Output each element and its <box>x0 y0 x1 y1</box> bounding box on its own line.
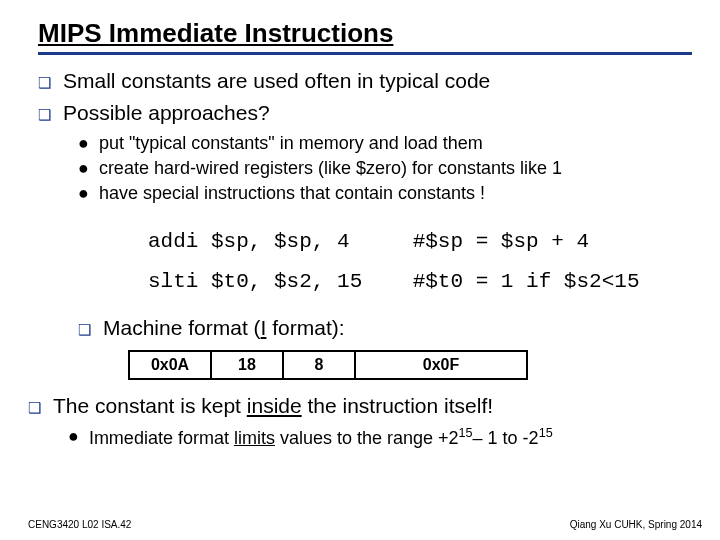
square-bullet-icon: ❑ <box>28 399 41 417</box>
b3-pre: The constant is kept <box>53 394 247 417</box>
machine-format-label: Machine format (I format): <box>103 316 345 340</box>
s4-lim: limits <box>234 428 275 448</box>
table-row: 0x0A 18 8 0x0F <box>129 351 527 379</box>
slide-title: MIPS Immediate Instructions <box>38 18 692 55</box>
bullet-3-text: The constant is kept inside the instruct… <box>53 394 493 418</box>
mf-post: format): <box>266 316 344 339</box>
square-bullet-icon: ❑ <box>38 106 51 124</box>
subbullet-4: ● Immediate format limits values to the … <box>68 426 692 449</box>
square-bullet-icon: ❑ <box>38 74 51 92</box>
instruction-format-table: 0x0A 18 8 0x0F <box>128 350 528 380</box>
opcode-cell: 0x0A <box>129 351 211 379</box>
bullet-machine-format: ❑ Machine format (I format): <box>78 316 692 340</box>
dot-bullet-icon: ● <box>78 183 89 204</box>
rs-cell: 18 <box>211 351 283 379</box>
footer-right: Qiang Xu CUHK, Spring 2014 <box>570 519 702 530</box>
bullet-1: ❑ Small constants are used often in typi… <box>38 69 692 93</box>
square-bullet-icon: ❑ <box>78 321 91 339</box>
s4-exp2: 15 <box>539 426 553 440</box>
subbullet-3-text: have special instructions that contain c… <box>99 183 485 204</box>
subbullet-2-text: create hard-wired registers (like $zero)… <box>99 158 562 179</box>
b3-in: inside <box>247 394 302 417</box>
subbullet-1-text: put "typical constants" in memory and lo… <box>99 133 483 154</box>
footer-left: CENG3420 L02 ISA.42 <box>28 519 131 530</box>
rt-cell: 8 <box>283 351 355 379</box>
s4-exp1: 15 <box>459 426 473 440</box>
bullet-2-text: Possible approaches? <box>63 101 270 125</box>
dot-bullet-icon: ● <box>78 158 89 179</box>
bullet-2: ❑ Possible approaches? <box>38 101 692 125</box>
code-line-1: addi $sp, $sp, 4 #$sp = $sp + 4 <box>148 230 589 253</box>
s4-mid: values to the range +2 <box>275 428 459 448</box>
immediate-cell: 0x0F <box>355 351 527 379</box>
code-example: addi $sp, $sp, 4 #$sp = $sp + 4 slti $t0… <box>148 222 692 302</box>
subbullet-3: ● have special instructions that contain… <box>78 183 692 204</box>
subbullet-2: ● create hard-wired registers (like $zer… <box>78 158 692 179</box>
dot-bullet-icon: ● <box>78 133 89 154</box>
s4-pre: Immediate format <box>89 428 234 448</box>
slide-footer: CENG3420 L02 ISA.42 Qiang Xu CUHK, Sprin… <box>28 519 702 530</box>
b3-post: the instruction itself! <box>302 394 493 417</box>
subbullet-1: ● put "typical constants" in memory and … <box>78 133 692 154</box>
subbullet-4-text: Immediate format limits values to the ra… <box>89 426 553 449</box>
mf-pre: Machine format ( <box>103 316 261 339</box>
dot-bullet-icon: ● <box>68 426 79 447</box>
code-line-2: slti $t0, $s2, 15 #$t0 = 1 if $s2<15 <box>148 270 639 293</box>
s4-mid2: – 1 to -2 <box>473 428 539 448</box>
bullet-3: ❑ The constant is kept inside the instru… <box>28 394 692 418</box>
bullet-1-text: Small constants are used often in typica… <box>63 69 490 93</box>
